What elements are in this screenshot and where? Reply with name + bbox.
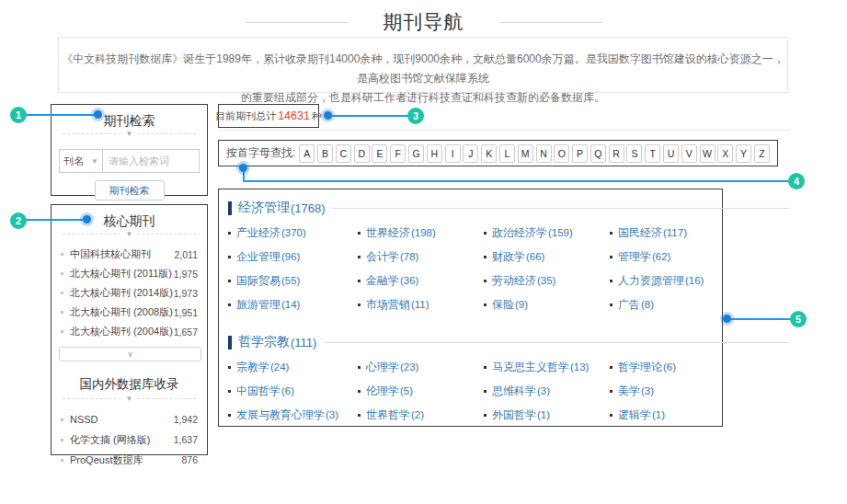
database-item[interactable]: NSSD 1,942 <box>52 409 207 430</box>
letter-button[interactable]: P <box>572 144 588 163</box>
bullet-icon <box>61 439 63 441</box>
subcategory-count: (159) <box>548 227 573 238</box>
annotation-connector <box>26 219 83 221</box>
subcategory-link[interactable]: 国际贸易 (55) <box>228 269 358 292</box>
letter-button[interactable]: D <box>354 144 370 163</box>
letter-button[interactable]: J <box>463 144 478 163</box>
bullet-icon <box>61 311 63 314</box>
subcategory-link[interactable]: 世界经济 (198) <box>358 221 484 245</box>
category-name: 哲学宗教 <box>238 334 290 350</box>
subcategory-link[interactable]: 市场营销 (11) <box>358 292 484 316</box>
letter-button[interactable]: B <box>317 144 333 163</box>
subcategory-link[interactable]: 逻辑学 (1) <box>610 403 713 427</box>
subcategory-link[interactable]: 美学 (3) <box>610 379 713 403</box>
subcategory-link[interactable]: 旅游管理 (14) <box>228 292 358 316</box>
bullet-icon <box>61 418 63 421</box>
bullet-icon <box>484 390 486 393</box>
letter-button[interactable]: G <box>408 144 424 163</box>
search-input[interactable] <box>103 149 200 173</box>
subcategory-link[interactable]: 政治经济学 (159) <box>484 221 610 245</box>
subcategory-link[interactable]: 心理学 (23) <box>358 355 484 379</box>
database-label: NSSD <box>70 414 174 425</box>
annotation-dot <box>723 315 731 323</box>
subcategory-count: (24) <box>270 361 289 372</box>
letter-button[interactable]: I <box>445 144 461 163</box>
expand-more-button[interactable]: ∨ <box>59 347 201 361</box>
subcategory-link[interactable]: 金融学 (36) <box>358 269 484 292</box>
core-journal-count: 1,657 <box>174 326 198 338</box>
bullet-icon <box>358 232 361 235</box>
letter-button[interactable]: Y <box>736 144 751 163</box>
subcategory-link[interactable]: 财政学 (66) <box>484 245 610 269</box>
letter-button[interactable]: Q <box>590 144 606 163</box>
letter-button[interactable]: C <box>336 144 351 163</box>
letter-button[interactable]: F <box>390 144 406 163</box>
subcategory-link[interactable]: 外国哲学 (1) <box>484 403 610 427</box>
subcategory-link[interactable]: 马克思主义哲学 (13) <box>484 355 610 379</box>
subcategory-link[interactable]: 发展与教育心理学 (3) <box>228 403 358 427</box>
letter-button[interactable]: M <box>518 144 533 163</box>
page-header: 期刊导航 <box>0 9 847 35</box>
subcategory-link[interactable]: 世界哲学 (2) <box>358 403 484 427</box>
search-field-select[interactable]: 刊名 ▼ <box>59 149 103 173</box>
bullet-icon <box>228 232 231 235</box>
letter-button[interactable]: U <box>663 144 679 163</box>
database-item[interactable]: ProQeust数据库 876 <box>52 450 207 470</box>
bullet-icon <box>228 304 231 306</box>
subcategory-link[interactable]: 企业管理 (96) <box>228 245 358 269</box>
subcategory-label: 宗教学 <box>236 360 269 375</box>
subcategory-link[interactable]: 中国哲学 (6) <box>228 379 358 403</box>
core-journal-label: 北大核心期刊 (2014版) <box>70 286 174 300</box>
subcategory-link[interactable]: 产业经济 (370) <box>228 221 358 245</box>
core-journal-item[interactable]: 北大核心期刊 (2014版) 1,973 <box>52 283 207 303</box>
core-journal-item[interactable]: 北大核心期刊 (2008版) 1,951 <box>52 303 207 322</box>
letter-button[interactable]: O <box>554 144 569 163</box>
letter-button[interactable]: S <box>626 144 642 163</box>
subcategory-count: (5) <box>400 385 413 396</box>
letter-button[interactable]: N <box>536 144 552 163</box>
database-item[interactable]: 化学文摘 (网络版) 1,637 <box>52 430 207 450</box>
subcategory-count: (1) <box>652 409 665 420</box>
core-journal-item[interactable]: 北大核心期刊 (2011版) 1,975 <box>52 264 207 283</box>
dashed-separator: ▼ <box>63 398 196 407</box>
subcategory-label: 马克思主义哲学 <box>492 360 569 375</box>
core-journals-panel: 核心期刊 ▼ 中国科技核心期刊 2,011 北大核心期刊 (2011版) 1,9… <box>51 204 208 455</box>
intro-line-1: 《中文科技期刊数据库》诞生于1989年，累计收录期刊14000余种，现刊9000… <box>59 50 787 88</box>
letter-button[interactable]: V <box>681 144 697 163</box>
bullet-icon <box>228 280 231 282</box>
letter-button[interactable]: R <box>609 144 624 163</box>
subcategory-link[interactable]: 宗教学 (24) <box>228 355 358 379</box>
journal-search-button[interactable]: 期刊检索 <box>95 180 165 200</box>
subcategory-link[interactable]: 保险 (9) <box>484 292 610 316</box>
subcategory-link[interactable]: 思维科学 (3) <box>484 379 610 403</box>
core-journal-item[interactable]: 北大核心期刊 (2004版) 1,657 <box>52 322 207 341</box>
letter-button[interactable]: A <box>299 144 315 163</box>
subcategory-link[interactable]: 广告 (8) <box>610 292 713 316</box>
letter-button[interactable]: L <box>499 144 515 163</box>
title-left-rule <box>246 22 349 23</box>
subcategory-link[interactable]: 哲学理论 (6) <box>610 355 713 379</box>
annotation-connector <box>26 114 96 116</box>
subcategory-link[interactable]: 管理学 (62) <box>610 245 713 269</box>
bullet-icon <box>484 366 486 369</box>
category-count: (1768) <box>291 201 326 215</box>
letter-button[interactable]: X <box>717 144 733 163</box>
core-journal-item[interactable]: 中国科技核心期刊 2,011 <box>52 245 207 264</box>
subcategory-link[interactable]: 伦理学 (5) <box>358 379 484 403</box>
core-journal-count: 1,975 <box>174 269 198 280</box>
subcategory-link[interactable]: 会计学 (78) <box>358 245 484 269</box>
bullet-icon <box>610 390 612 393</box>
letter-button[interactable]: K <box>481 144 497 163</box>
letter-button[interactable]: Z <box>754 144 770 163</box>
subcategory-link[interactable]: 劳动经济 (35) <box>484 269 610 292</box>
subcategory-count: (55) <box>281 275 300 286</box>
subcategory-link[interactable]: 国民经济 (117) <box>610 221 713 245</box>
subcategory-count: (198) <box>411 227 436 238</box>
letter-button[interactable]: W <box>700 144 715 163</box>
subcategory-label: 会计学 <box>366 249 399 265</box>
letter-button[interactable]: H <box>427 144 442 163</box>
letter-button[interactable]: T <box>645 144 660 163</box>
core-journal-count: 1,973 <box>174 288 198 299</box>
subcategory-link[interactable]: 人力资源管理 (16) <box>610 269 713 292</box>
letter-button[interactable]: E <box>372 144 387 163</box>
